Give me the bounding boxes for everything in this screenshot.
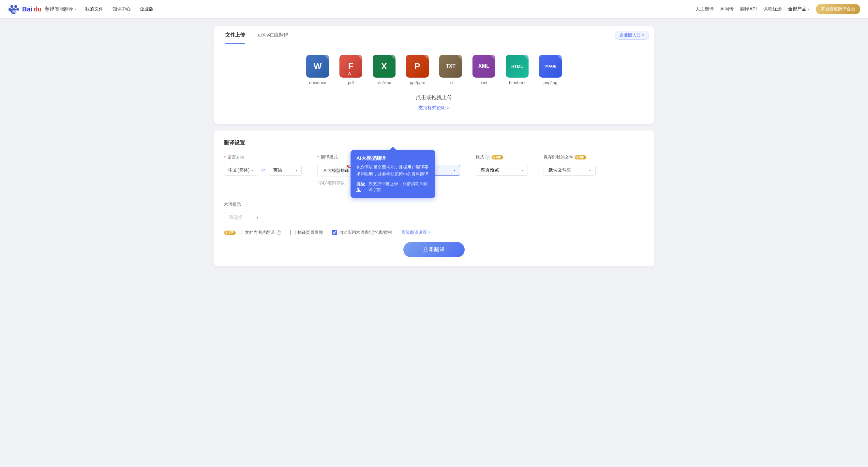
lang-select-group: 中文(简体) ▾ ⇄ 英语 ▾ — [224, 165, 302, 176]
display-mode-select[interactable]: 整页预览 ▾ — [476, 165, 528, 176]
xml-icon: XML — [472, 55, 495, 77]
translate-button[interactable]: 立即翻译 — [403, 242, 465, 257]
nav-knowledge[interactable]: 知识中心 — [113, 6, 131, 12]
main-content: 文件上传 arXiv在线翻译 企业版入口 > W doc/docx — [206, 26, 662, 267]
svg-text:A: A — [348, 71, 351, 75]
save-field: 保存到我的文件 ♦ VIP 默认文件夹 ▾ — [544, 154, 596, 176]
nav-ai-simultaneous[interactable]: AI同传 — [720, 6, 734, 12]
display-mode-label: 模式 ? ♦ VIP — [476, 154, 528, 160]
logo-text2: du — [34, 5, 41, 13]
chevron-down-icon: ▾ — [521, 168, 523, 172]
excel-label: xls/xlsx — [377, 80, 391, 85]
svg-point-0 — [10, 5, 13, 8]
nav-human-translate[interactable]: 人工翻译 — [695, 6, 714, 12]
nav-enterprise[interactable]: 企业版 — [140, 6, 154, 12]
image-icon: IMAGE — [539, 55, 562, 77]
file-types-row: W doc/docx F A — [306, 55, 562, 85]
header: 百度 Baidu翻译 智能翻译 ▾ 我的文件 知识中心 企业版 人工翻译 AI同… — [0, 0, 868, 18]
ppt-label: ppt/pptx — [410, 80, 425, 85]
chevron-down-icon: ▾ — [257, 216, 258, 219]
chevron-down-icon: ▾ — [74, 7, 76, 11]
source-language-select[interactable]: 中文(简体) ▾ — [224, 165, 257, 176]
language-direction-field: * 语言方向 中文(简体) ▾ ⇄ 英语 ▾ — [224, 154, 302, 176]
tooltip-advanced-note: 仅支持中英互译，双倍消耗AI翻译字数 — [368, 181, 429, 193]
logo-text: Bai — [22, 5, 32, 13]
excel-icon: X — [373, 55, 396, 77]
vip-badge: ♦ VIP — [224, 230, 236, 235]
tooltip-content: AI大模型翻译 包含基础版全面功能，遵循用户翻译要求和说明，并参考知识库中的资料… — [350, 150, 435, 198]
nav-smart-translate[interactable]: 智能翻译 ▾ — [55, 6, 76, 12]
logo-suffix: 翻译 — [44, 6, 55, 13]
file-type-txt: TXT txt — [439, 55, 462, 85]
file-type-html: HTML htm/html — [506, 55, 529, 85]
settings-card: 翻译设置 * 语言方向 中文(简体) ▾ ⇄ 英语 ▾ — [214, 130, 654, 267]
word-icon: W — [306, 55, 329, 77]
tab-arxiv[interactable]: arXiv在线翻译 — [251, 26, 295, 44]
upload-card: 文件上传 arXiv在线翻译 企业版入口 > W doc/docx — [214, 26, 654, 124]
tab-ai-model-translate[interactable]: AI大模型翻译 NEW — [318, 165, 354, 176]
term-select[interactable]: 请选择 ▾ — [224, 212, 263, 223]
vip-badge: ♦ VIP — [575, 155, 586, 159]
advanced-settings-link[interactable]: 高级翻译设置 > — [401, 229, 430, 236]
settings-checkboxes: ♦ VIP 文档内图片翻译 ? 翻译页眉页脚 自动应用术语库/记忆库/质检 高级… — [224, 229, 644, 236]
tooltip-title: AI大模型翻译 — [356, 155, 429, 161]
swap-language-button[interactable]: ⇄ — [260, 167, 267, 173]
display-mode-field: 模式 ? ♦ VIP 整页预览 ▾ — [476, 154, 528, 176]
question-icon[interactable]: ? — [277, 230, 281, 235]
pdf-icon: F A — [339, 55, 362, 77]
file-type-word: W doc/docx — [306, 55, 329, 85]
tooltip-arrow — [390, 147, 396, 150]
upload-area[interactable]: W doc/docx F A — [214, 44, 654, 124]
chevron-down-icon: ▾ — [296, 168, 298, 172]
checkbox-auto-apply[interactable]: 自动应用术语库/记忆库/质检 — [332, 229, 392, 236]
txt-icon: TXT — [439, 55, 462, 77]
nav-courses[interactable]: 课程优选 — [763, 6, 782, 12]
file-type-ppt: P ppt/pptx — [406, 55, 429, 85]
enterprise-entry-link[interactable]: 企业版入口 > — [615, 31, 649, 40]
vip-badge: ♦ VIP — [491, 155, 503, 159]
logo[interactable]: 百度 Baidu翻译 — [8, 3, 55, 15]
question-icon[interactable]: ? — [486, 155, 490, 159]
word-label: doc/docx — [309, 80, 326, 85]
auto-apply-checkbox[interactable] — [332, 230, 337, 235]
header-footer-checkbox[interactable] — [290, 230, 296, 235]
baidu-paw-icon: 百度 — [8, 3, 20, 15]
chevron-down-icon: ▾ — [454, 168, 455, 172]
svg-point-1 — [14, 5, 17, 8]
upload-hint-text: 点击或拖拽上传 — [416, 94, 452, 101]
ppt-icon: P — [406, 55, 429, 77]
txt-label: txt — [448, 80, 453, 85]
xml-label: xml — [480, 80, 487, 85]
image-translate-checkbox[interactable] — [238, 230, 243, 235]
file-type-pdf: F A pdf — [339, 55, 362, 85]
upload-tabs: 文件上传 arXiv在线翻译 企业版入口 > — [214, 26, 654, 44]
lang-label: * 语言方向 — [224, 154, 302, 160]
translate-btn-wrap: 立即翻译 — [224, 242, 644, 257]
file-type-image: IMAGE png/jpg — [539, 55, 562, 85]
nav-my-files[interactable]: 我的文件 — [85, 6, 103, 12]
tooltip-popup: AI大模型翻译 包含基础版全面功能，遵循用户翻译要求和说明，并参考知识库中的资料… — [350, 150, 435, 198]
main-nav: 智能翻译 ▾ 我的文件 知识中心 企业版 — [55, 6, 696, 12]
checkbox-image-translate[interactable]: ♦ VIP 文档内图片翻译 ? — [224, 229, 281, 236]
save-folder-select[interactable]: 默认文件夹 ▾ — [544, 165, 596, 176]
image-label: png/jpg — [544, 80, 558, 85]
svg-text:百度: 百度 — [12, 9, 18, 13]
vip-button[interactable]: 开通百度翻译会员 — [816, 4, 860, 14]
chevron-down-icon: ▾ — [808, 7, 809, 11]
target-language-select[interactable]: 英语 ▾ — [269, 165, 302, 176]
tooltip-advanced-label[interactable]: 高级版 — [356, 181, 367, 193]
chevron-down-icon: ▾ — [251, 168, 253, 172]
format-hint-link[interactable]: 支持格式说明 > — [418, 105, 450, 111]
settings-title: 翻译设置 — [224, 139, 644, 147]
nav-all-products[interactable]: 全部产品 ▾ — [788, 6, 809, 12]
html-label: htm/html — [509, 80, 525, 85]
tab-file-upload[interactable]: 文件上传 — [219, 26, 251, 44]
nav-translate-api[interactable]: 翻译API — [740, 6, 757, 12]
checkbox-header-footer[interactable]: 翻译页眉页脚 — [290, 229, 323, 236]
file-type-xml: XML xml — [472, 55, 495, 85]
tooltip-advanced: 高级版 仅支持中英互译，双倍消耗AI翻译字数 — [356, 181, 429, 193]
term-hint-field: 术语提示 请选择 ▾ — [224, 201, 263, 223]
term-label: 术语提示 — [224, 201, 263, 208]
header-right: 人工翻译 AI同传 翻译API 课程优选 全部产品 ▾ 开通百度翻译会员 — [695, 4, 860, 14]
file-type-excel: X xls/xlsx — [373, 55, 396, 85]
